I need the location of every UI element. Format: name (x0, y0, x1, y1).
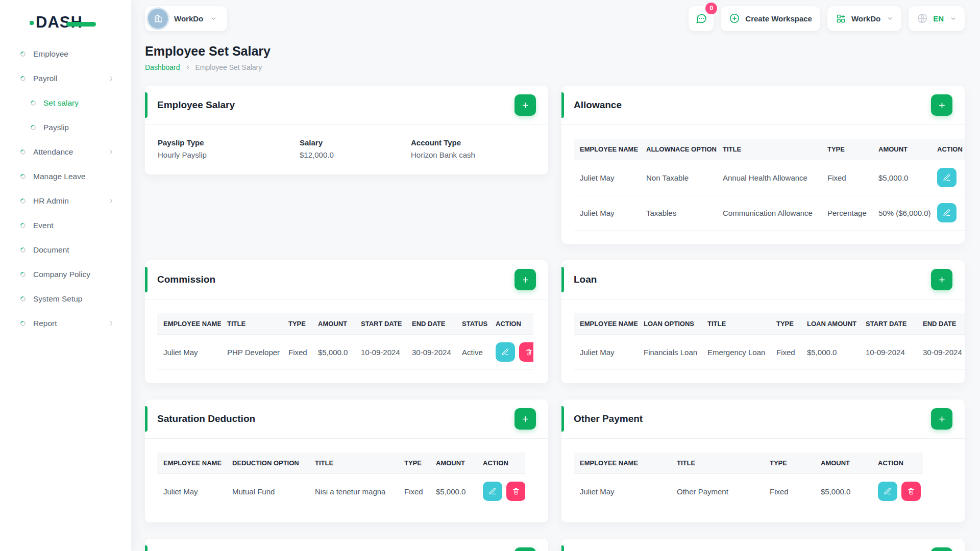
allowance-table-wrap: EMPLOYEE NAMEALLOWNACE OPTIONTITLETYPEAM… (561, 125, 965, 244)
bullet-icon (30, 124, 37, 131)
action-cell (931, 195, 965, 231)
column-header: EMPLOYEE NAME (157, 453, 226, 474)
chat-badge: 0 (705, 3, 717, 14)
saturation-deduction-card: Saturation Deduction EMPLOYEE NAMEDEDUCT… (145, 399, 548, 522)
table-cell: Communication Allowance (717, 195, 821, 231)
column-header: ACTION (931, 139, 965, 160)
bullet-icon (19, 197, 27, 205)
table-cell: 30-09-2024 (406, 335, 456, 370)
add-loan-button[interactable] (931, 269, 952, 290)
add-company-contribution-button[interactable] (931, 547, 952, 551)
payslip-type-field: Payslip Type Hourly Payslip (158, 138, 300, 159)
sidebar-item-label: Set salary (43, 98, 79, 108)
sidebar-item-set-salary[interactable]: Set salary (0, 91, 131, 115)
table-cell: Fixed (398, 474, 430, 509)
app-logo[interactable]: DASH (36, 13, 83, 32)
workdo-apps-button[interactable]: WorkDo (827, 6, 901, 31)
add-saturation-deduction-button[interactable] (514, 408, 536, 430)
workdo-apps-label: WorkDo (851, 14, 880, 23)
allowance-table: EMPLOYEE NAMEALLOWNACE OPTIONTITLETYPEAM… (574, 139, 965, 231)
add-commission-button[interactable] (514, 269, 536, 290)
bullet-icon (30, 99, 37, 107)
chevron-right-icon (108, 75, 115, 82)
card-title: Commission (157, 274, 215, 285)
sidebar-item-system-setup[interactable]: System Setup (0, 287, 131, 311)
sidebar-item-event[interactable]: Event (0, 213, 131, 238)
table-cell: Fixed (764, 474, 815, 509)
field-value: Hourly Payslip (158, 151, 300, 159)
field-label: Salary (300, 138, 411, 147)
add-allowance-button[interactable] (931, 94, 952, 116)
chevron-down-icon (950, 15, 957, 22)
table-row: Juliet MayMutual FundNisi a tenetur magn… (157, 474, 525, 509)
edit-button[interactable] (483, 482, 502, 501)
edit-button[interactable] (496, 342, 515, 362)
plus-icon (938, 276, 946, 284)
edit-button[interactable] (937, 203, 957, 222)
table-cell: PHP Developer (221, 335, 282, 370)
sidebar-item-hr-admin[interactable]: HR Admin (0, 189, 131, 213)
table-cell: Fixed (821, 160, 872, 195)
breadcrumb-dashboard-link[interactable]: Dashboard (145, 63, 180, 71)
cards-grid: Employee Salary Payslip Type Hourly Pays… (145, 86, 965, 551)
main-area: WorkDo 0 Create Workspace WorkDo (131, 0, 980, 551)
delete-button[interactable] (506, 482, 525, 501)
add-overtime-button[interactable] (514, 547, 536, 551)
table-cell: Juliet May (157, 474, 226, 509)
column-header: DEDUCTION OPTION (226, 453, 309, 474)
table-cell: $5,000.0 (430, 474, 477, 509)
sidebar-item-label: HR Admin (33, 196, 69, 206)
sidebar-item-payslip[interactable]: Payslip (0, 115, 131, 140)
column-header: EMPLOYEE NAME (574, 313, 638, 335)
column-header: EMPLOYEE NAME (574, 139, 640, 160)
breadcrumb-current: Employee Set Salary (195, 63, 262, 71)
globe-icon (917, 13, 928, 24)
table-cell: Juliet May (574, 160, 640, 195)
column-header: ALLOWNACE OPTION (640, 139, 717, 160)
card-header: Company Contribution (561, 539, 965, 551)
sidebar-item-attendance[interactable]: Attendance (0, 140, 131, 164)
other-payment-table-wrap: EMPLOYEE NAMETITLETYPEAMOUNTACTIONJuliet… (561, 439, 965, 522)
workspace-selector[interactable]: WorkDo (145, 6, 227, 31)
chat-bubble-icon (695, 12, 707, 24)
messenger-button[interactable]: 0 (689, 6, 714, 31)
add-other-payment-button[interactable] (931, 408, 952, 430)
add-employee-salary-button[interactable] (514, 94, 536, 116)
card-header: Overtime (145, 539, 548, 551)
table-row: Juliet MayTaxablesCommunication Allowanc… (574, 195, 965, 231)
other-table: EMPLOYEE NAMETITLETYPEAMOUNTACTIONJuliet… (574, 453, 923, 509)
table-row: Juliet MayOther PaymentFixed$5,000.0 (574, 474, 923, 509)
delete-button[interactable] (519, 342, 533, 362)
column-header: TITLE (221, 313, 282, 335)
field-label: Payslip Type (158, 138, 300, 147)
column-header: AMOUNT (872, 139, 931, 160)
edit-button[interactable] (878, 482, 897, 501)
edit-button[interactable] (937, 168, 957, 187)
sidebar-item-report[interactable]: Report (0, 311, 131, 336)
sidebar-item-employee[interactable]: Employee (0, 42, 131, 66)
card-header: Commission (145, 260, 548, 299)
delete-button[interactable] (901, 482, 921, 501)
column-header: TYPE (764, 453, 815, 474)
table-cell: Emergency Loan (701, 335, 770, 370)
card-header: Other Payment (561, 399, 965, 438)
sidebar-item-company-policy[interactable]: Company Policy (0, 262, 131, 287)
table-cell: 30-09-2024 (917, 335, 965, 370)
card-title: Saturation Deduction (157, 413, 255, 424)
column-header: TITLE (717, 139, 821, 160)
sidebar-item-label: Document (33, 245, 69, 255)
employee-salary-body: Payslip Type Hourly Payslip Salary $12,0… (145, 125, 548, 174)
create-workspace-button[interactable]: Create Workspace (721, 6, 820, 31)
table-cell: Taxables (640, 195, 717, 231)
sidebar-item-label: System Setup (33, 294, 83, 304)
column-header: TITLE (309, 453, 398, 474)
column-header: LOAN OPTIONS (638, 313, 701, 335)
sidebar-item-payroll[interactable]: Payroll (0, 66, 131, 91)
plus-circle-icon (729, 13, 740, 24)
sidebar-item-document[interactable]: Document (0, 238, 131, 262)
column-header: ACTION (489, 313, 533, 335)
commission-table: EMPLOYEE NAMETITLETYPEAMOUNTSTART DATEEN… (157, 313, 533, 370)
sidebar-item-manage-leave[interactable]: Manage Leave (0, 164, 131, 189)
column-header: EMPLOYEE NAME (157, 313, 221, 335)
language-selector[interactable]: EN (909, 6, 965, 31)
